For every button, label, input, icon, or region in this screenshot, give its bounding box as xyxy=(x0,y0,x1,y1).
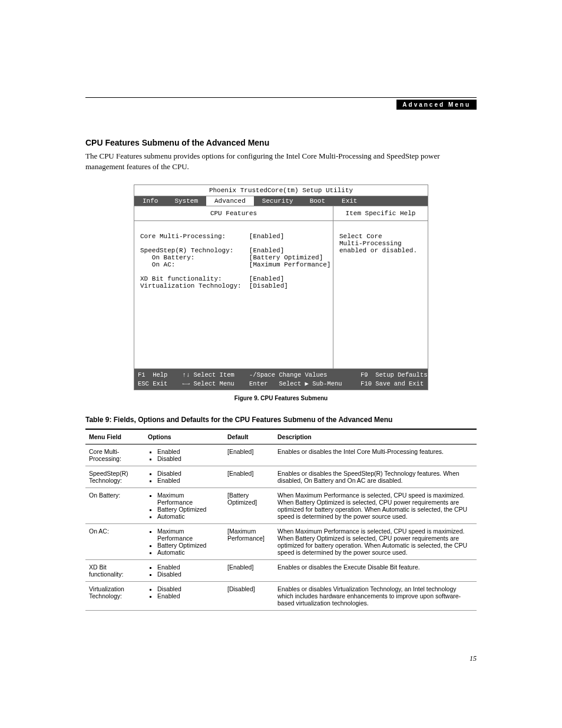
breadcrumb: Advanced Menu xyxy=(396,100,477,110)
section-title: CPU Features Submenu of the Advanced Men… xyxy=(85,138,477,147)
option-item: Enabled xyxy=(157,477,220,484)
option-item: Automatic xyxy=(157,549,220,556)
table-caption: Table 9: Fields, Options and Defaults fo… xyxy=(85,416,477,424)
bios-tab: Exit xyxy=(333,196,365,206)
bios-tab: System xyxy=(166,196,206,206)
option-item: Disabled xyxy=(157,571,220,578)
description-cell: When Maximum Performance is selected, CP… xyxy=(274,524,477,560)
bios-left-heading: CPU Features xyxy=(134,206,333,220)
menu-field-cell: XD Bit functionality: xyxy=(85,560,144,582)
table-row: Core Multi-Processing:EnabledDisabled[En… xyxy=(85,444,477,466)
option-item: Battery Optimized xyxy=(157,542,220,549)
menu-field-cell: On Battery: xyxy=(85,488,144,524)
bios-settings-pane: Core Multi-Processing: [Enabled] SpeedSt… xyxy=(134,221,333,368)
default-cell: [Maximum Performance] xyxy=(224,524,274,560)
description-cell: When Maximum Performance is selected, CP… xyxy=(274,488,477,524)
option-item: Enabled xyxy=(157,564,220,571)
default-cell: [Enabled] xyxy=(224,444,274,466)
option-item: Disabled xyxy=(157,455,220,462)
option-item: Maximum Performance xyxy=(157,528,220,542)
description-cell: Enables or disables the Execute Disable … xyxy=(274,560,477,582)
default-cell: [Battery Optimized] xyxy=(224,488,274,524)
bios-tab-bar: InfoSystemAdvancedSecurityBootExit xyxy=(134,196,428,206)
bios-right-heading: Item Specific Help xyxy=(333,206,428,220)
table-header: Default xyxy=(224,429,274,444)
table-header: Description xyxy=(274,429,477,444)
description-cell: Enables or disables the Intel Core Multi… xyxy=(274,444,477,466)
table-row: Virtualization Technology:DisabledEnable… xyxy=(85,582,477,611)
bios-tab: Security xyxy=(254,196,302,206)
table-row: On AC:Maximum PerformanceBattery Optimiz… xyxy=(85,524,477,560)
options-cell: DisabledEnabled xyxy=(144,466,224,488)
bios-help-pane: Select Core Multi-Processing enabled or … xyxy=(333,221,428,368)
table-row: On Battery:Maximum PerformanceBattery Op… xyxy=(85,488,477,524)
table-header: Menu Field xyxy=(85,429,144,444)
option-item: Maximum Performance xyxy=(157,492,220,506)
options-cell: Maximum PerformanceBattery OptimizedAuto… xyxy=(144,488,224,524)
cpu-features-table: Menu FieldOptionsDefaultDescription Core… xyxy=(85,429,477,611)
options-cell: DisabledEnabled xyxy=(144,582,224,611)
figure-caption: Figure 9. CPU Features Submenu xyxy=(85,395,477,401)
options-cell: EnabledDisabled xyxy=(144,444,224,466)
default-cell: [Enabled] xyxy=(224,466,274,488)
bios-tab: Info xyxy=(134,196,166,206)
table-row: XD Bit functionality:EnabledDisabled[Ena… xyxy=(85,560,477,582)
options-cell: EnabledDisabled xyxy=(144,560,224,582)
bios-screenshot: Phoenix TrustedCore(tm) Setup Utility In… xyxy=(134,185,428,390)
menu-field-cell: SpeedStep(R) Technology: xyxy=(85,466,144,488)
option-item: Enabled xyxy=(157,592,220,599)
default-cell: [Enabled] xyxy=(224,560,274,582)
option-item: Automatic xyxy=(157,513,220,520)
option-item: Battery Optimized xyxy=(157,506,220,513)
options-cell: Maximum PerformanceBattery OptimizedAuto… xyxy=(144,524,224,560)
page-number: 15 xyxy=(470,654,477,663)
description-cell: Enables or disables Virtualization Techn… xyxy=(274,582,477,611)
table-header: Options xyxy=(144,429,224,444)
option-item: Disabled xyxy=(157,585,220,592)
section-intro: The CPU Features submenu provides option… xyxy=(85,151,477,172)
bios-footer: F1 Help ↑↓ Select Item -/Space Change Va… xyxy=(134,368,428,390)
menu-field-cell: Core Multi-Processing: xyxy=(85,444,144,466)
menu-field-cell: Virtualization Technology: xyxy=(85,582,144,611)
bios-tab: Boot xyxy=(302,196,333,206)
table-row: SpeedStep(R) Technology:DisabledEnabled[… xyxy=(85,466,477,488)
option-item: Enabled xyxy=(157,448,220,455)
default-cell: [Disabled] xyxy=(224,582,274,611)
bios-tab: Advanced xyxy=(206,196,254,206)
menu-field-cell: On AC: xyxy=(85,524,144,560)
description-cell: Enables or disables the SpeedStep(R) Tec… xyxy=(274,466,477,488)
option-item: Disabled xyxy=(157,470,220,477)
bios-title: Phoenix TrustedCore(tm) Setup Utility xyxy=(134,185,428,196)
